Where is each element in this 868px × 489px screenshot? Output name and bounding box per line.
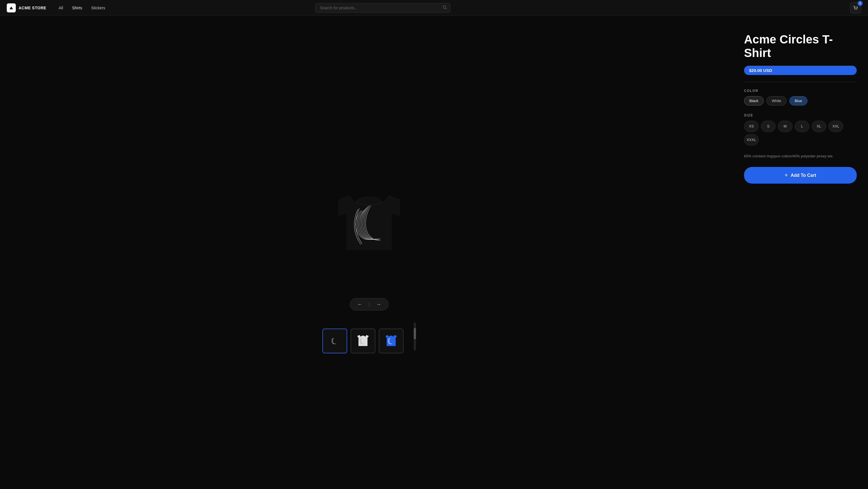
size-l[interactable]: L	[795, 121, 809, 132]
image-navigation: ← | →	[350, 298, 389, 311]
product-title: Acme Circles T-Shirt	[744, 33, 857, 60]
size-label: SIZE	[744, 113, 857, 117]
color-section: COLOR Black White Blue	[744, 89, 857, 113]
size-xxl[interactable]: XXL	[829, 121, 843, 132]
product-description: 60% combed ringspun cotton/40% polyester…	[744, 153, 857, 159]
nav-link-all[interactable]: All	[55, 4, 66, 12]
size-m[interactable]: M	[778, 121, 793, 132]
add-to-cart-label: Add To Cart	[791, 173, 816, 178]
size-section: SIZE XS S M L XL XXL XXXL	[744, 113, 857, 153]
thumbnail-black[interactable]	[322, 328, 347, 353]
thumbnails-container	[322, 319, 416, 353]
search-bar	[315, 3, 451, 13]
size-xs[interactable]: XS	[744, 121, 758, 132]
search-input[interactable]	[315, 3, 451, 13]
plus-icon: +	[784, 172, 788, 178]
thumbnail-blue[interactable]	[379, 328, 404, 353]
product-image-main	[302, 157, 437, 292]
product-image-section: ← | →	[0, 16, 738, 489]
nav-divider: |	[369, 301, 370, 307]
size-options: XS S M L XL XXL XXXL	[744, 121, 857, 145]
nav-links: All Shirts Stickers	[55, 4, 108, 12]
scroll-indicator	[414, 322, 416, 350]
search-icon	[442, 5, 447, 11]
product-tshirt-svg	[327, 182, 411, 267]
size-s[interactable]: S	[761, 121, 776, 132]
color-option-black[interactable]: Black	[744, 96, 764, 106]
navbar: ACME STORE All Shirts Stickers 1	[0, 0, 868, 16]
main-content: ← | →	[0, 16, 868, 489]
brand: ACME STORE	[7, 3, 46, 12]
add-to-cart-button[interactable]: + Add To Cart	[744, 167, 857, 183]
color-option-blue[interactable]: Blue	[789, 96, 807, 106]
nav-link-stickers[interactable]: Stickers	[88, 4, 108, 12]
prev-image-button[interactable]: ←	[355, 301, 364, 307]
color-options: Black White Blue	[744, 96, 857, 106]
next-image-button[interactable]: →	[374, 301, 383, 307]
brand-name: ACME STORE	[19, 6, 46, 10]
size-xxxl[interactable]: XXXL	[744, 134, 758, 145]
svg-point-2	[857, 9, 857, 10]
color-label: COLOR	[744, 89, 857, 93]
thumbnail-white[interactable]	[350, 328, 375, 353]
color-option-white[interactable]: White	[767, 96, 786, 106]
scroll-thumb	[414, 328, 416, 339]
svg-point-1	[855, 9, 855, 10]
nav-link-shirts[interactable]: Shirts	[69, 4, 86, 12]
cart-button[interactable]: 1	[850, 2, 861, 13]
product-price: $20.00 USD	[744, 66, 857, 75]
size-xl[interactable]: XL	[812, 121, 826, 132]
cart-badge: 1	[858, 1, 863, 6]
product-details: Acme Circles T-Shirt $20.00 USD COLOR Bl…	[738, 16, 868, 489]
thumbnails-row	[322, 328, 404, 353]
brand-logo	[7, 3, 16, 12]
